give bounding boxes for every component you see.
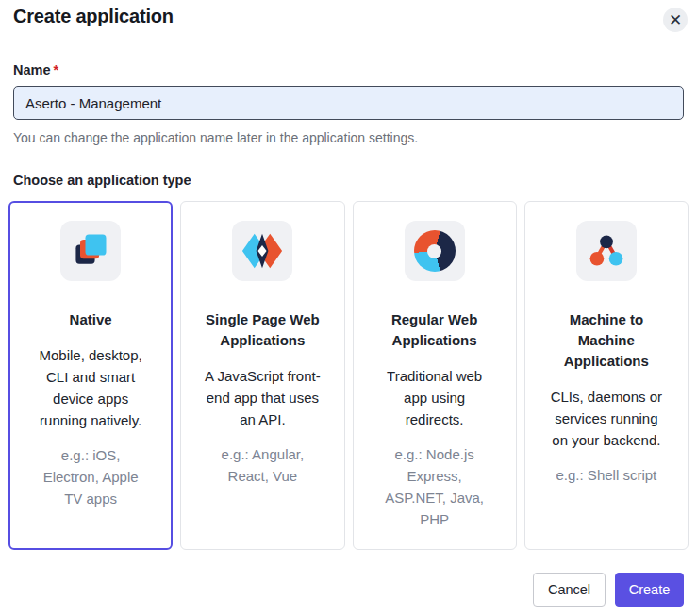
- dialog-title: Create application: [13, 6, 174, 27]
- app-type-description: Traditional web app using redirects.: [375, 365, 494, 430]
- native-icon-tile: [60, 221, 121, 281]
- name-label: Name*: [13, 62, 684, 77]
- diamond-prism-icon: [241, 230, 283, 272]
- close-icon: ✕: [669, 12, 682, 28]
- application-type-cards: Native Mobile, desktop, CLI and smart de…: [8, 201, 689, 542]
- app-type-examples: e.g.: Shell script: [549, 464, 664, 486]
- app-type-title: Machine to Machine Applications: [549, 309, 664, 372]
- close-button[interactable]: ✕: [663, 8, 688, 32]
- app-type-title: Native: [33, 309, 148, 330]
- dialog-header: Create application ✕: [13, 6, 684, 32]
- app-type-description: CLIs, daemons or services running on you…: [547, 386, 666, 451]
- spa-icon-tile: [232, 221, 292, 281]
- app-type-examples: e.g.: Angular, React, Vue: [205, 443, 320, 487]
- segmented-donut-icon: [414, 230, 456, 272]
- required-asterisk: *: [54, 62, 59, 77]
- m2m-icon-tile: [576, 221, 637, 281]
- create-button[interactable]: Create: [615, 573, 684, 607]
- name-help-text: You can change the application name late…: [13, 130, 684, 145]
- app-type-description: Mobile, desktop, CLI and smart device ap…: [31, 344, 150, 431]
- app-type-examples: e.g.: Node.js Express, ASP.NET, Java, PH…: [377, 443, 492, 530]
- app-type-card-regular-web[interactable]: Regular Web Applications Traditional web…: [353, 201, 517, 550]
- app-type-title: Regular Web Applications: [377, 309, 492, 351]
- regular-web-icon-tile: [405, 221, 465, 281]
- application-type-label: Choose an application type: [13, 173, 684, 188]
- app-type-title: Single Page Web Applications: [205, 309, 320, 351]
- app-type-card-m2m[interactable]: Machine to Machine Applications CLIs, da…: [524, 201, 689, 550]
- node-graph-icon: [586, 230, 627, 272]
- app-type-card-spa[interactable]: Single Page Web Applications A JavaScrip…: [180, 201, 344, 550]
- cancel-button[interactable]: Cancel: [533, 573, 606, 607]
- app-type-description: A JavaScript front-end app that uses an …: [203, 365, 322, 430]
- app-type-examples: e.g.: iOS, Electron, Apple TV apps: [33, 444, 148, 509]
- application-name-input[interactable]: [13, 86, 684, 120]
- stacked-squares-icon: [70, 230, 111, 272]
- dialog-footer: Cancel Create: [13, 573, 684, 607]
- app-type-card-native[interactable]: Native Mobile, desktop, CLI and smart de…: [8, 201, 173, 550]
